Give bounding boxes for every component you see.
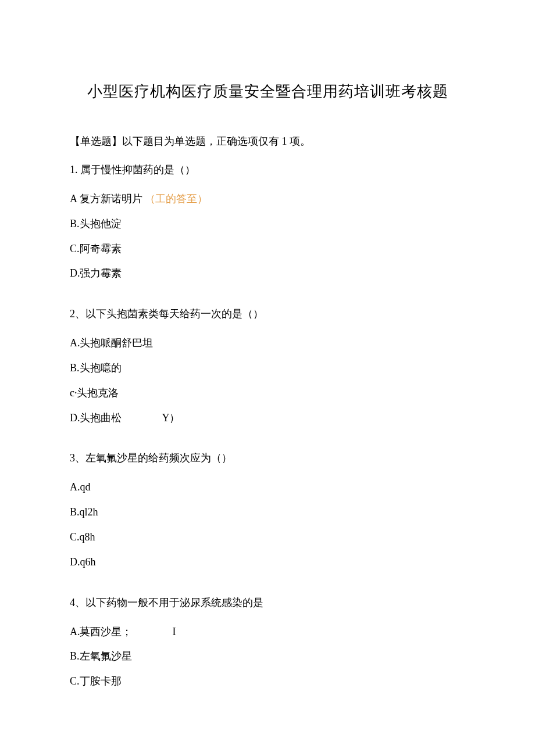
question-stem: 2、以下头抱菌素类每天给药一次的是（） xyxy=(70,306,465,322)
option-label: A 复方新诺明片 xyxy=(70,193,142,205)
option: D.q6h xyxy=(70,554,465,571)
option: c·头抱克洛 xyxy=(70,385,465,402)
option: A.qd xyxy=(70,479,465,496)
option-suffix: I xyxy=(173,626,176,637)
question-stem: 1. 属于慢性抑菌药的是（） xyxy=(70,162,465,178)
option-label: D.头抱曲松 xyxy=(70,412,122,424)
option: A.头抱哌酮舒巴坦 xyxy=(70,335,465,352)
question-stem: 4、以下药物一般不用于泌尿系统感染的是 xyxy=(70,595,465,611)
document-page: 小型医疗机构医疗质量安全暨合理用药培训班考核题 【单选题】以下题目为单选题，正确… xyxy=(0,0,535,733)
spacer xyxy=(70,434,465,450)
option: C.q8h xyxy=(70,529,465,546)
answer-annotation: （工的答至） xyxy=(145,193,208,205)
option-label: A.莫西沙星； xyxy=(70,626,133,637)
question-stem: 3、左氧氟沙星的给药频次应为（） xyxy=(70,450,465,466)
option: B.头抱他淀 xyxy=(70,216,465,232)
option: B.ql2h xyxy=(70,504,465,521)
option: B.左氧氟沙星 xyxy=(70,648,465,665)
option: D.强力霉素 xyxy=(70,265,465,282)
document-title: 小型医疗机构医疗质量安全暨合理用药培训班考核题 xyxy=(70,81,465,102)
option: C.丁胺卡那 xyxy=(70,673,465,690)
option: B.头抱噫的 xyxy=(70,360,465,377)
instruction-text: 【单选题】以下题目为单选题，正确选项仅有 1 项。 xyxy=(70,134,465,149)
spacer xyxy=(70,579,465,595)
option-suffix: Y） xyxy=(162,412,180,424)
option: D.头抱曲松 Y） xyxy=(70,410,465,427)
spacer xyxy=(70,290,465,306)
option: C.阿奇霉素 xyxy=(70,241,465,257)
option: A.莫西沙星； I xyxy=(70,624,465,640)
option: A 复方新诺明片 （工的答至） xyxy=(70,191,465,207)
